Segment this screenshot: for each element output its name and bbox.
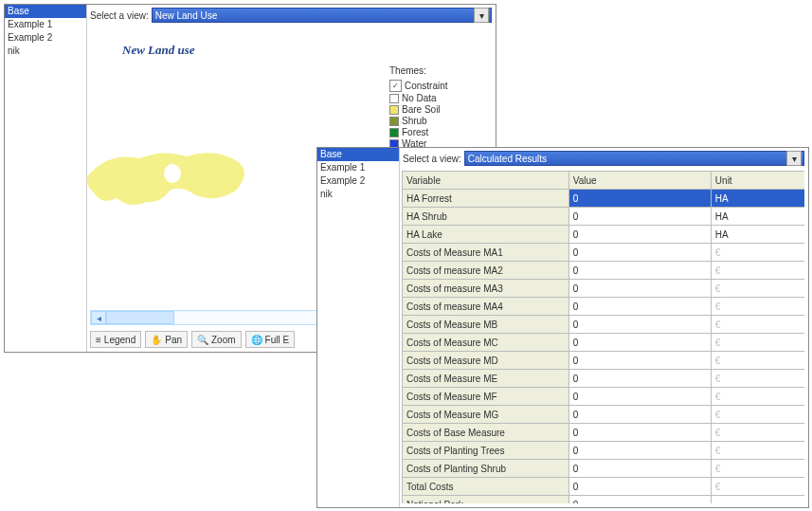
- legend-label: Shrub: [402, 116, 427, 126]
- results-window: BaseExample 1Example 2nik Select a view:…: [316, 147, 809, 508]
- cell-unit: €: [711, 352, 804, 370]
- cell-variable: Costs of measure MA4: [403, 298, 569, 316]
- cell-value: 0: [568, 208, 711, 226]
- cell-value: 0: [568, 298, 711, 316]
- table-row[interactable]: Total Costs0€: [403, 478, 805, 496]
- col-unit[interactable]: Unit: [711, 172, 804, 190]
- table-row[interactable]: HA Shrub0HA: [403, 208, 805, 226]
- table-row[interactable]: HA Lake0HA: [403, 226, 805, 244]
- cell-value: 0: [568, 262, 711, 280]
- cell-value: 0: [568, 442, 711, 460]
- cell-unit: €: [711, 244, 804, 262]
- table-row[interactable]: Costs of measure MA40€: [403, 298, 805, 316]
- select-view-label: Select a view:: [90, 10, 149, 21]
- list-icon: ≡: [96, 335, 101, 345]
- sidebar-item[interactable]: Base: [317, 148, 399, 161]
- results-table: Variable Value Unit HA Forrest0HAHA Shru…: [402, 171, 804, 503]
- cell-value: 0: [568, 388, 711, 406]
- table-row[interactable]: Costs of Measure MB0€: [403, 316, 805, 334]
- cell-unit: €: [711, 478, 804, 496]
- chevron-down-icon: ▾: [786, 151, 802, 166]
- col-value[interactable]: Value: [568, 172, 711, 190]
- sidebar-item[interactable]: Example 1: [317, 161, 399, 174]
- view-topbar: Select a view: New Land Use ▾: [90, 7, 492, 24]
- sidebar-item[interactable]: Example 2: [317, 174, 399, 188]
- cell-value: 0: [568, 352, 711, 370]
- hand-icon: ✋: [151, 335, 162, 345]
- themes-header: Themes:: [389, 65, 467, 76]
- view-select-value: New Land Use: [155, 10, 218, 21]
- cell-value: 0: [568, 334, 711, 352]
- table-row[interactable]: National Park0-: [403, 496, 805, 504]
- checkbox-icon[interactable]: ✓: [389, 80, 402, 92]
- table-row[interactable]: Costs of measure MA30€: [403, 280, 805, 298]
- table-row[interactable]: Costs of Measure MA10€: [403, 244, 805, 262]
- cell-unit: HA: [711, 226, 804, 244]
- table-row[interactable]: Costs of Measure MC0€: [403, 334, 805, 352]
- legend-item: Forest: [389, 127, 467, 137]
- cell-variable: Costs of measure MA3: [403, 280, 569, 298]
- table-row[interactable]: Costs of Measure MF0€: [403, 388, 805, 406]
- cell-variable: HA Shrub: [403, 208, 569, 226]
- sidebar-item[interactable]: Example 1: [5, 18, 86, 31]
- view-select-value: Calculated Results: [468, 154, 547, 164]
- legend-item: Bare Soil: [389, 104, 467, 115]
- globe-icon: 🌐: [251, 335, 262, 345]
- swatch-icon: [389, 117, 399, 126]
- legend-label: Bare Soil: [402, 104, 441, 115]
- table-row[interactable]: Costs of Measure MG0€: [403, 406, 805, 424]
- cell-value: 0: [568, 496, 711, 504]
- full-extent-button[interactable]: 🌐Full E: [245, 331, 296, 348]
- cell-value: 0: [568, 370, 711, 388]
- table-row[interactable]: Costs of Base Measure0€: [403, 424, 805, 442]
- table-row[interactable]: HA Forrest0HA: [403, 190, 805, 208]
- themes-panel: Themes: ✓ Constraint No DataBare SoilShr…: [389, 65, 467, 150]
- table-row[interactable]: Costs of measure MA20€: [403, 262, 805, 280]
- cell-unit: €: [711, 316, 804, 334]
- cell-variable: Costs of Measure MG: [403, 406, 569, 424]
- view-select[interactable]: Calculated Results ▾: [464, 151, 804, 166]
- sidebar-item[interactable]: Base: [5, 5, 86, 18]
- cell-variable: Costs of Base Measure: [403, 424, 569, 442]
- theme-constraint[interactable]: ✓ Constraint: [389, 80, 467, 92]
- legend-item: No Data: [389, 93, 467, 103]
- cell-variable: Costs of Measure MF: [403, 388, 569, 406]
- cell-value: 0: [568, 406, 711, 424]
- map-title: New Land use: [122, 43, 195, 58]
- scroll-left-icon[interactable]: ◂: [91, 311, 106, 324]
- sidebar-item[interactable]: nik: [5, 45, 86, 58]
- pan-button[interactable]: ✋Pan: [145, 331, 188, 348]
- cell-unit: €: [711, 262, 804, 280]
- scroll-thumb[interactable]: [106, 311, 174, 324]
- cell-unit: €: [711, 460, 804, 478]
- cell-unit: HA: [711, 190, 804, 208]
- sidebar-item[interactable]: Example 2: [5, 31, 86, 45]
- map-canvas[interactable]: [73, 124, 262, 238]
- table-row[interactable]: Costs of Measure ME0€: [403, 370, 805, 388]
- swatch-icon: [389, 105, 399, 115]
- swatch-icon: [389, 128, 399, 137]
- cell-variable: Costs of Planting Trees: [403, 442, 569, 460]
- table-header-row: Variable Value Unit: [403, 172, 805, 190]
- scenario-sidebar: BaseExample 1Example 2nik: [317, 148, 400, 507]
- cell-variable: Costs of Measure MA1: [403, 244, 569, 262]
- col-variable[interactable]: Variable: [403, 172, 569, 190]
- cell-variable: Costs of Measure MB: [403, 316, 569, 334]
- table-row[interactable]: Costs of Measure MD0€: [403, 352, 805, 370]
- view-topbar: Select a view: Calculated Results ▾: [403, 150, 804, 167]
- table-row[interactable]: Costs of Planting Trees0€: [403, 442, 805, 460]
- cell-variable: National Park: [403, 496, 569, 504]
- view-select[interactable]: New Land Use ▾: [152, 8, 492, 23]
- cell-value: 0: [568, 424, 711, 442]
- cell-value: 0: [568, 478, 711, 496]
- svg-point-0: [164, 164, 181, 183]
- table-row[interactable]: Costs of Planting Shrub0€: [403, 460, 805, 478]
- zoom-button[interactable]: 🔍Zoom: [191, 331, 242, 348]
- cell-value: 0: [568, 316, 711, 334]
- legend-button[interactable]: ≡Legend: [90, 331, 141, 348]
- chevron-down-icon: ▾: [474, 8, 489, 23]
- cell-value: 0: [568, 460, 711, 478]
- sidebar-item[interactable]: nik: [317, 188, 399, 201]
- map-shape-icon: [73, 124, 262, 238]
- select-view-label: Select a view:: [403, 154, 461, 164]
